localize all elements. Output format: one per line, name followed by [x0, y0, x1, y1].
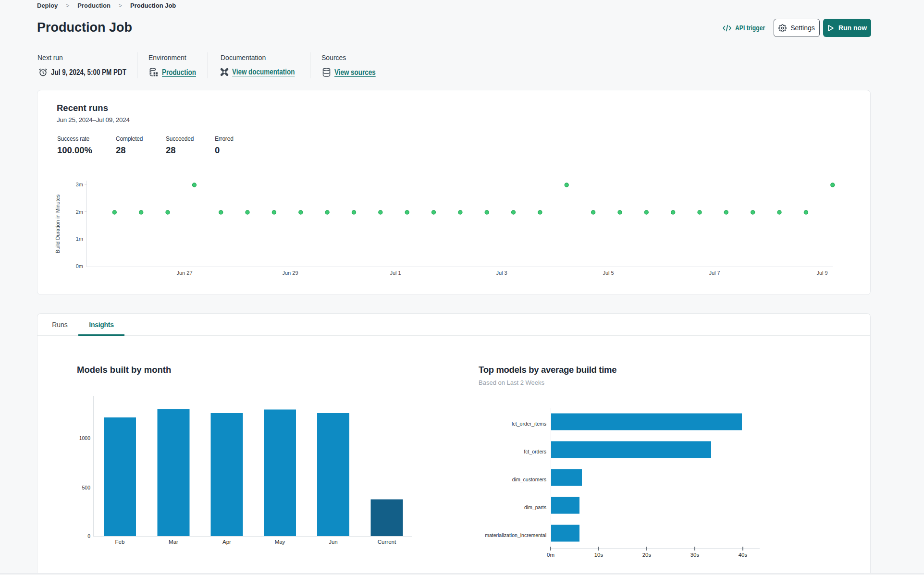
svg-text:1m: 1m — [76, 236, 83, 242]
svg-text:1000: 1000 — [79, 435, 91, 441]
svg-text:40s: 40s — [739, 552, 748, 558]
svg-text:Apr: Apr — [222, 539, 231, 545]
svg-text:Current: Current — [378, 539, 396, 545]
svg-text:20s: 20s — [642, 552, 652, 558]
svg-text:May: May — [275, 539, 285, 545]
svg-text:Jul 5: Jul 5 — [603, 270, 614, 276]
svg-text:Build Duration in Minutes: Build Duration in Minutes — [55, 194, 61, 253]
svg-text:30s: 30s — [690, 552, 700, 558]
svg-text:Jun: Jun — [329, 539, 338, 545]
svg-text:Jul 1: Jul 1 — [390, 270, 401, 276]
svg-text:fct_order_items: fct_order_items — [512, 421, 546, 427]
svg-text:2m: 2m — [76, 209, 83, 215]
svg-text:0m: 0m — [76, 263, 83, 269]
svg-text:dim_customers: dim_customers — [512, 477, 546, 482]
svg-text:Jul 9: Jul 9 — [816, 270, 827, 276]
svg-text:10s: 10s — [594, 552, 604, 558]
svg-text:Jul 3: Jul 3 — [496, 270, 507, 276]
svg-text:Jun 27: Jun 27 — [176, 270, 192, 276]
svg-text:Jun 29: Jun 29 — [282, 270, 298, 276]
svg-text:0: 0 — [87, 533, 90, 539]
svg-text:materialization_incremental: materialization_incremental — [485, 532, 546, 538]
svg-text:Mar: Mar — [169, 539, 178, 545]
svg-text:0m: 0m — [547, 552, 554, 558]
svg-text:dim_parts: dim_parts — [524, 504, 546, 510]
svg-text:fct_orders: fct_orders — [524, 449, 546, 454]
svg-text:500: 500 — [82, 485, 90, 490]
svg-text:Jul 7: Jul 7 — [709, 270, 720, 276]
svg-text:Feb: Feb — [115, 539, 125, 545]
svg-text:3m: 3m — [76, 182, 83, 187]
